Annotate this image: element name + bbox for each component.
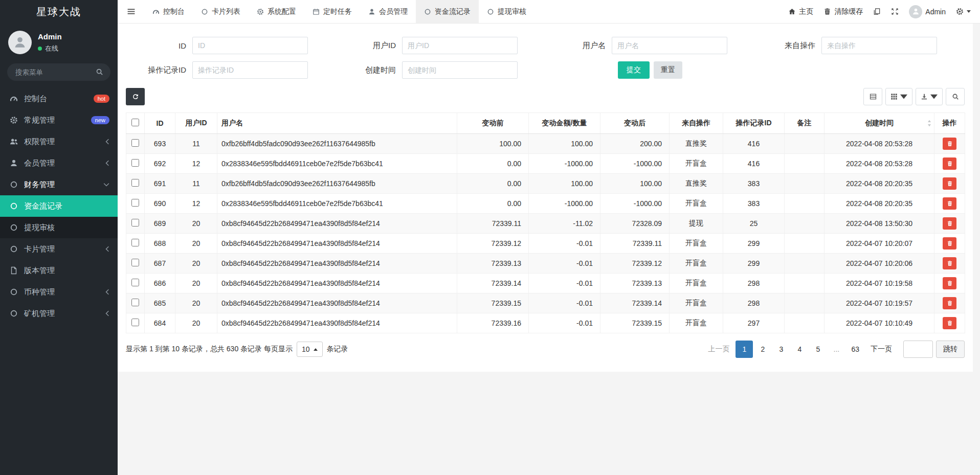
detail-view-button[interactable] [863,88,882,105]
tab-console[interactable]: 控制台 [144,0,193,23]
search-toggle-button[interactable] [946,88,965,105]
cell-record-id: 298 [723,293,785,313]
jump-page-input[interactable] [903,341,933,358]
next-page-button[interactable]: 下一页 [865,341,897,358]
tab-withdraw-audit[interactable]: 提现审核 [479,0,534,23]
delete-button[interactable] [943,237,956,250]
column-header-before: 变动前 [457,113,529,134]
row-checkbox[interactable] [131,159,139,167]
sidebar-item-currency[interactable]: 币种管理 [0,281,118,303]
export-button[interactable] [916,88,943,105]
sidebar-item-member[interactable]: 会员管理 [0,152,118,174]
delete-button[interactable] [943,277,956,289]
username-filter-input[interactable] [612,37,727,54]
calendar-icon [313,8,320,15]
page-button-3[interactable]: 3 [772,341,790,358]
row-checkbox[interactable] [131,319,139,326]
table-row: 689 20 0xb8cf94645d22b268499471ea4390f8d… [126,214,965,234]
cell-memo [785,194,825,214]
cell-id: 693 [145,134,175,154]
tab-fund-records[interactable]: 资金流记录 [416,0,479,23]
prev-page-button[interactable]: 上一页 [703,341,734,358]
cell-amount: -0.01 [529,293,600,313]
page-size-dropdown[interactable]: 10 [297,342,323,357]
row-checkbox[interactable] [131,219,139,227]
delete-button[interactable] [943,257,956,269]
user-id-filter-input[interactable] [402,37,518,54]
cell-username: 0xb8cf94645d22b268499471ea4390f8d5f84ef2… [217,254,457,274]
sidebar-item-version[interactable]: 版本管理 [0,260,118,281]
page-button-5[interactable]: 5 [809,341,827,358]
delete-button[interactable] [943,157,956,170]
sidebar-item-permission[interactable]: 权限管理 [0,131,118,152]
row-checkbox[interactable] [131,259,139,266]
fullscreen-button[interactable] [891,8,899,15]
cell-from: 开盲盒 [670,313,723,333]
user-menu[interactable]: Admin [909,5,946,18]
row-checkbox[interactable] [131,299,139,306]
tab-scheduled-tasks[interactable]: 定时任务 [304,0,360,23]
jump-button[interactable]: 跳转 [936,341,965,358]
sidebar-item-general[interactable]: 常规管理 new [0,109,118,131]
cell-before: 72339.13 [457,254,529,274]
table-row: 686 20 0xb8cf94645d22b268499471ea4390f8d… [126,274,965,293]
tab-system-config[interactable]: 系统配置 [249,0,304,23]
filter-form: ID 用户ID 用户名 来自操作 [126,37,965,79]
sidebar-toggle-button[interactable] [118,0,144,24]
settings-button[interactable] [956,8,971,15]
delete-button[interactable] [943,297,956,309]
cell-created: 2022-04-07 10:20:07 [825,234,934,254]
page-button-4[interactable]: 4 [791,341,808,358]
cell-before: 72339.16 [457,313,529,333]
cell-id: 686 [145,274,175,293]
refresh-button[interactable] [126,88,145,105]
copy-button[interactable] [873,8,881,15]
sidebar-item-miner[interactable]: 矿机管理 [0,303,118,324]
detail-view-icon [870,93,877,100]
row-checkbox[interactable] [131,279,139,286]
delete-button[interactable] [943,177,956,190]
row-checkbox[interactable] [131,179,139,187]
page-button-2[interactable]: 2 [754,341,771,358]
row-checkbox[interactable] [131,139,139,147]
cell-user-id: 20 [175,313,217,333]
select-all-checkbox[interactable] [131,119,139,126]
page-button-63[interactable]: 63 [846,341,864,358]
sidebar-item-card[interactable]: 卡片管理 [0,238,118,260]
id-filter-input[interactable] [192,37,308,54]
cell-id: 685 [145,293,175,313]
columns-button[interactable] [885,88,912,105]
tab-card-list[interactable]: 卡片列表 [193,0,249,23]
cell-after: 100.00 [600,174,670,194]
cell-after: 200.00 [600,134,670,154]
trash-icon [947,260,953,266]
user-icon [368,8,375,15]
menu-search-input[interactable] [7,63,110,81]
row-checkbox[interactable] [131,239,139,246]
delete-button[interactable] [943,217,956,230]
topbar-right: 主页 清除缓存 Admin [788,5,971,18]
cell-record-id: 383 [723,174,785,194]
from-action-filter-input[interactable] [821,37,937,54]
cell-record-id: 383 [723,194,785,214]
row-checkbox[interactable] [131,199,139,207]
cell-after: -1000.00 [600,194,670,214]
reset-button[interactable]: 重置 [654,61,682,79]
delete-button[interactable] [943,197,956,210]
create-time-filter-input[interactable] [402,61,518,79]
sidebar-item-fund-records[interactable]: 资金流记录 [0,195,118,217]
sidebar-item-console[interactable]: 控制台 hot [0,88,118,109]
home-button[interactable]: 主页 [788,7,813,16]
delete-button[interactable] [943,138,956,150]
delete-button[interactable] [943,317,956,329]
sidebar-item-finance[interactable]: 财务管理 [0,174,118,195]
tab-member[interactable]: 会员管理 [360,0,416,23]
page-button-1[interactable]: 1 [736,341,753,358]
clear-cache-button[interactable]: 清除缓存 [823,7,863,16]
record-id-filter-input[interactable] [192,61,308,79]
column-header-created[interactable]: 创建时间 [825,113,934,134]
circle-icon [9,202,18,210]
column-header-record-id: 操作记录ID [723,113,785,134]
sidebar-item-withdraw-audit[interactable]: 提现审核 [0,217,118,238]
submit-button[interactable]: 提交 [618,61,650,79]
